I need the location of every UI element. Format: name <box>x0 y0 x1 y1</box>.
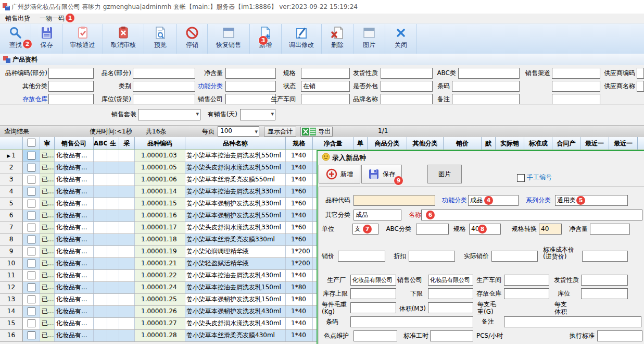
remark-input[interactable] <box>504 316 641 327</box>
manual-code-label[interactable]: 手工编号 <box>527 172 563 183</box>
header-actual-price[interactable]: 实际销 <box>496 137 524 150</box>
header-price[interactable]: 销价 <box>444 137 482 150</box>
filter-sales-channel-input[interactable] <box>552 68 600 79</box>
menu-item-sales-out[interactable]: 销售出货 <box>2 14 33 23</box>
net-content-input[interactable] <box>590 224 630 235</box>
sale-kit-select[interactable]: ▾ <box>138 109 200 120</box>
filter-link-function-class[interactable]: 功能分类 <box>198 81 223 92</box>
header-product-class[interactable]: 商品分类 <box>368 137 407 150</box>
row-checkbox[interactable] <box>28 164 35 171</box>
manual-code-checkbox[interactable] <box>517 174 525 182</box>
row-checkbox[interactable] <box>28 320 35 327</box>
header-recent-1[interactable]: 最近一 <box>580 137 609 150</box>
std-cost-input[interactable] <box>582 251 628 262</box>
row-checkbox[interactable] <box>28 224 35 231</box>
header-name[interactable]: 品种名称 <box>185 137 286 150</box>
stock-upper-input[interactable] <box>350 288 396 299</box>
unit-weight-input[interactable] <box>350 302 396 313</box>
header-select-all[interactable] <box>23 137 40 150</box>
header-sales-company[interactable]: 销售公司 <box>55 137 94 150</box>
exec-std-input[interactable] <box>597 330 642 341</box>
restore-sale-button[interactable]: 恢复销售 <box>208 24 250 54</box>
factory-input[interactable]: 化妆品有限公司 <box>350 275 396 286</box>
color-point-input[interactable] <box>353 330 397 341</box>
workshop-input[interactable] <box>504 275 549 286</box>
header-cai[interactable]: 采 <box>119 137 135 150</box>
filter-remark-input[interactable] <box>452 94 520 105</box>
image-button[interactable]: 图片 <box>353 24 385 54</box>
filter-category-input[interactable] <box>133 81 195 92</box>
filter-barcode-input[interactable] <box>452 81 520 92</box>
filter-code-part-input[interactable] <box>48 68 94 79</box>
close-button[interactable]: 关闭 <box>385 24 417 54</box>
price-input[interactable] <box>338 251 385 262</box>
filter-link-warehouse[interactable]: 存放仓库 <box>1 94 47 105</box>
header-abc[interactable]: ABC <box>94 137 107 150</box>
header-code[interactable]: 品种编码 <box>135 137 185 150</box>
filter-net-content-input[interactable] <box>225 68 276 79</box>
filter-spec-input[interactable] <box>301 68 350 79</box>
filter-status-input[interactable]: 在销 <box>301 81 350 92</box>
export-button[interactable]: 导出 <box>300 127 333 137</box>
row-checkbox[interactable] <box>28 152 35 159</box>
row-checkbox[interactable] <box>28 296 35 303</box>
header-recent-2[interactable]: 最近一 <box>609 137 638 150</box>
header-spec[interactable]: 规格 <box>286 137 313 150</box>
sales-company-input[interactable]: 化妆品有限公司 <box>428 275 473 286</box>
row-checkbox[interactable] <box>28 284 35 291</box>
filter-channel-extra-input-1[interactable] <box>552 81 600 92</box>
panel-image-button[interactable]: 图片 <box>427 165 462 183</box>
filter-supplier-name-input[interactable] <box>637 81 644 92</box>
per-page-select[interactable]: 100 ▾ <box>218 126 259 137</box>
other-class-input[interactable]: 成品 <box>353 210 401 220</box>
stop-sale-button[interactable]: 停销 <box>177 24 208 54</box>
filter-other-class-input[interactable] <box>48 81 94 92</box>
filter-abc-class-input[interactable] <box>458 68 520 79</box>
header-default[interactable]: 默 <box>482 137 496 150</box>
header-contract[interactable]: 合同产 <box>552 137 580 150</box>
series-class-label[interactable]: 系列分类 <box>525 195 551 206</box>
filter-function-class-input[interactable] <box>225 81 276 92</box>
row-checkbox[interactable] <box>28 200 35 207</box>
header-audit[interactable]: 审 <box>40 137 55 150</box>
has-sale-days-select[interactable]: ▾ <box>240 109 275 120</box>
actual-price-input[interactable] <box>491 251 538 262</box>
location-input[interactable] <box>581 288 628 299</box>
row-checkbox[interactable] <box>28 212 35 219</box>
header-unit[interactable]: 单 <box>353 137 368 150</box>
function-class-label[interactable]: 功能分类 <box>441 195 467 206</box>
filter-channel-extra-input-2[interactable] <box>552 94 600 105</box>
menu-item-one-item-one-code[interactable]: 一物一码 <box>36 14 68 23</box>
row-checkbox[interactable] <box>28 188 35 195</box>
row-checkbox[interactable] <box>28 308 35 315</box>
filter-shelf-input[interactable] <box>133 94 195 105</box>
delivery-type-input[interactable] <box>581 275 628 286</box>
row-checkbox[interactable] <box>28 236 35 243</box>
header-net-content[interactable]: 净含量 <box>313 137 353 150</box>
preview-button[interactable]: 预览 <box>144 24 177 54</box>
row-checkbox[interactable] <box>28 248 35 255</box>
row-checkbox[interactable] <box>28 331 35 339</box>
filter-warehouse-input[interactable] <box>48 94 94 105</box>
filter-supplier-code-input[interactable] <box>637 68 644 79</box>
function-class-input[interactable]: 成品 <box>468 195 519 206</box>
series-class-input[interactable]: 通用类 <box>555 195 628 206</box>
barcode-input[interactable] <box>350 316 473 327</box>
panel-new-button[interactable]: 新增 <box>319 165 360 183</box>
filter-name-part-input[interactable] <box>133 68 195 79</box>
filter-sales-company-input[interactable] <box>225 94 276 105</box>
std-hours-input[interactable] <box>430 330 473 341</box>
spec-conversion-input[interactable]: 40 <box>539 224 562 235</box>
delete-button[interactable]: 删除 <box>322 24 353 54</box>
header-other-class[interactable]: 其他分类 <box>407 137 444 150</box>
select-all-checkbox[interactable] <box>28 139 35 146</box>
row-checkbox[interactable] <box>28 272 35 279</box>
show-total-button[interactable]: 显示合计 <box>264 127 296 137</box>
name-input[interactable] <box>421 210 642 220</box>
cancel-approve-button[interactable]: 取消审核 <box>103 24 144 54</box>
save-button[interactable]: 保存 <box>31 24 62 54</box>
stock-lower-input[interactable] <box>428 288 473 299</box>
volume-input[interactable] <box>428 302 473 313</box>
header-std-cost[interactable]: 标准成 <box>524 137 552 150</box>
row-checkbox[interactable] <box>28 176 35 183</box>
